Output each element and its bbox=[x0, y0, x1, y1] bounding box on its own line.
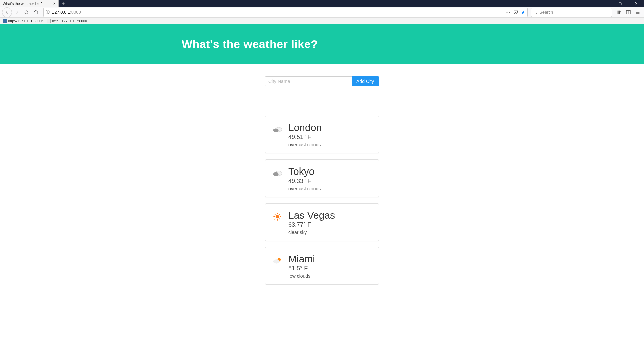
svg-line-14 bbox=[275, 219, 276, 220]
tab-title: What's the weather like? bbox=[3, 2, 43, 6]
reload-icon bbox=[24, 10, 29, 15]
library-button[interactable] bbox=[615, 8, 623, 17]
add-city-button[interactable]: Add City bbox=[352, 76, 379, 86]
city-description: clear sky bbox=[288, 230, 372, 235]
few-clouds-icon bbox=[272, 256, 282, 265]
city-description: overcast clouds bbox=[288, 186, 372, 191]
bookmark-label: http://127.0.0.1:5000/ bbox=[8, 19, 43, 23]
svg-point-0 bbox=[534, 11, 536, 13]
city-card: London49.51° Fovercast clouds bbox=[265, 116, 379, 153]
page-actions-icon[interactable]: ⋯ bbox=[505, 9, 510, 15]
city-temperature: 49.33° F bbox=[288, 178, 372, 185]
window-maximize-button[interactable]: ▢ bbox=[612, 0, 628, 7]
city-card: Miami81.5° Ffew clouds bbox=[265, 247, 379, 285]
city-card: Las Vegas63.77° Fclear sky bbox=[265, 203, 379, 241]
bookmarks-toolbar: http://127.0.0.1:5000/ http://127.0.0.1:… bbox=[0, 18, 644, 24]
overcast-clouds-icon bbox=[272, 169, 282, 177]
svg-line-11 bbox=[275, 214, 276, 215]
svg-line-13 bbox=[279, 214, 280, 215]
browser-tab-active[interactable]: What's the weather like? × bbox=[0, 0, 59, 7]
svg-line-12 bbox=[279, 219, 280, 220]
clear-sky-icon bbox=[273, 212, 282, 221]
titlebar: What's the weather like? × ＋ — ▢ ✕ bbox=[0, 0, 644, 7]
city-name: Las Vegas bbox=[288, 210, 372, 221]
favicon-icon bbox=[47, 19, 51, 23]
search-bar[interactable]: Search bbox=[531, 8, 612, 17]
library-icon bbox=[616, 10, 622, 15]
svg-point-16 bbox=[273, 260, 280, 263]
city-name-input[interactable] bbox=[265, 76, 352, 86]
site-info-icon[interactable]: ⓘ bbox=[46, 9, 50, 15]
city-card-list: London49.51° Fovercast clouds Tokyo49.33… bbox=[265, 116, 379, 285]
search-icon bbox=[533, 10, 537, 14]
page-viewport[interactable]: What's the weather like? Add City London… bbox=[0, 24, 644, 346]
city-name: London bbox=[288, 122, 372, 133]
back-button[interactable] bbox=[2, 7, 12, 17]
hamburger-icon bbox=[635, 10, 640, 15]
city-name: Miami bbox=[288, 253, 372, 264]
arrow-right-icon bbox=[15, 10, 19, 15]
new-tab-button[interactable]: ＋ bbox=[59, 0, 68, 7]
city-temperature: 49.51° F bbox=[288, 134, 372, 141]
bookmark-star-icon[interactable]: ★ bbox=[521, 9, 525, 15]
city-description: overcast clouds bbox=[288, 142, 372, 147]
pocket-icon[interactable] bbox=[513, 10, 518, 15]
page-title: What's the weather like? bbox=[182, 38, 516, 51]
url-bar[interactable]: ⓘ 127.0.0.1:8000 ⋯ ★ bbox=[43, 8, 528, 17]
city-card: Tokyo49.33° Fovercast clouds bbox=[265, 159, 379, 197]
svg-point-6 bbox=[276, 215, 279, 218]
sidebar-icon bbox=[626, 10, 631, 15]
arrow-left-icon bbox=[5, 10, 9, 15]
url-host: 127.0.0.1 bbox=[52, 10, 70, 15]
bookmark-item[interactable]: http://127.0.0.1:8000/ bbox=[47, 19, 87, 23]
forward-button[interactable] bbox=[13, 8, 21, 17]
svg-rect-1 bbox=[626, 10, 630, 14]
home-icon bbox=[33, 10, 38, 15]
sidebar-button[interactable] bbox=[624, 8, 633, 17]
window-root: What's the weather like? × ＋ — ▢ ✕ ⓘ 127… bbox=[0, 0, 644, 346]
window-close-button[interactable]: ✕ bbox=[628, 0, 644, 7]
menu-button[interactable] bbox=[633, 8, 642, 17]
city-name: Tokyo bbox=[288, 166, 372, 177]
weather-icon bbox=[272, 168, 282, 178]
weather-icon bbox=[272, 255, 282, 265]
svg-point-5 bbox=[273, 172, 279, 176]
bookmark-label: http://127.0.0.1:8000/ bbox=[52, 19, 87, 23]
home-button[interactable] bbox=[31, 8, 40, 17]
add-city-form: Add City bbox=[265, 76, 379, 86]
city-description: few clouds bbox=[288, 273, 372, 279]
reload-button[interactable] bbox=[22, 8, 31, 17]
svg-point-3 bbox=[273, 129, 279, 132]
favicon-icon bbox=[3, 19, 7, 23]
hero-banner: What's the weather like? bbox=[0, 24, 644, 64]
bookmark-item[interactable]: http://127.0.0.1:5000/ bbox=[3, 19, 43, 23]
weather-icon bbox=[272, 212, 282, 222]
search-placeholder: Search bbox=[539, 10, 553, 15]
window-minimize-button[interactable]: — bbox=[596, 0, 612, 7]
url-port: :8000 bbox=[70, 10, 81, 15]
city-temperature: 81.5° F bbox=[288, 265, 372, 272]
weather-icon bbox=[272, 124, 282, 134]
city-temperature: 63.77° F bbox=[288, 221, 372, 228]
navbar: ⓘ 127.0.0.1:8000 ⋯ ★ Search bbox=[0, 7, 644, 18]
overcast-clouds-icon bbox=[272, 125, 282, 133]
close-tab-icon[interactable]: × bbox=[53, 1, 56, 6]
